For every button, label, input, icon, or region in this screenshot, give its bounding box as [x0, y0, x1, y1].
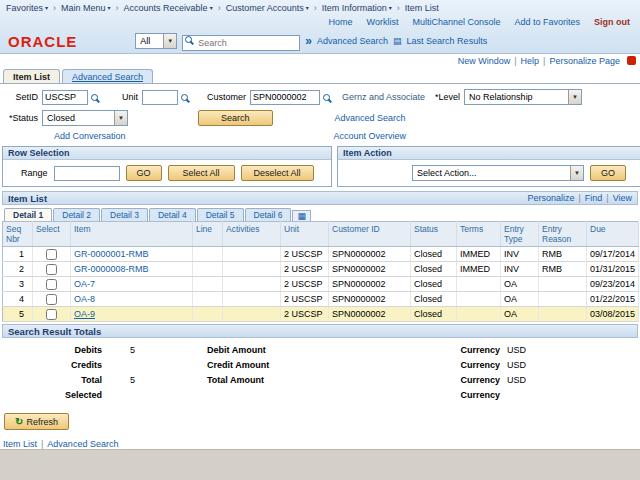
breadcrumb-accounts-receivable[interactable]: Accounts Receivable▾	[124, 3, 213, 13]
customer-lookup-icon[interactable]	[323, 94, 330, 101]
home-link[interactable]: Home	[329, 17, 353, 27]
item-link[interactable]: GR-0000008-RMB	[74, 264, 149, 274]
refresh-button[interactable]: ↻Refresh	[4, 413, 69, 430]
form-advanced-search-link[interactable]: Advanced Search	[335, 113, 406, 123]
cell-line	[193, 247, 223, 262]
sign-out-link[interactable]: Sign out	[594, 17, 630, 27]
item-action-go-button[interactable]: GO	[590, 165, 626, 181]
range-go-button[interactable]: GO	[126, 165, 162, 181]
new-window-link[interactable]: New Window	[458, 56, 511, 66]
customer-name-text: Gernz and Associate	[342, 92, 425, 102]
item-link[interactable]: OA-8	[74, 294, 95, 304]
table-row: 2 GR-0000008-RMB 2 USCSP SPN0000002 Clos…	[3, 262, 639, 277]
setid-input[interactable]	[42, 90, 88, 105]
submit-search-icon[interactable]: »	[305, 34, 312, 48]
view-link[interactable]: View	[613, 193, 632, 203]
detail-tab-5[interactable]: Detail 5	[197, 208, 244, 221]
personalize-link[interactable]: Personalize	[527, 193, 574, 203]
chevron-down-icon: ▾	[210, 4, 213, 11]
item-action-select[interactable]: Select Action... ▼	[412, 165, 584, 181]
level-select[interactable]: No Relationship ▼	[464, 89, 582, 105]
breadcrumb-label: Accounts Receivable	[124, 3, 208, 13]
unit-input[interactable]	[142, 90, 178, 105]
cell-status: Closed	[411, 247, 457, 262]
chevron-down-icon: ▾	[108, 4, 111, 11]
cell-seq: 5	[3, 307, 33, 322]
detail-tab-3[interactable]: Detail 3	[101, 208, 148, 221]
add-to-favorites-link[interactable]: Add to Favorites	[514, 17, 580, 27]
row-select-checkbox[interactable]	[46, 294, 57, 305]
search-button[interactable]: Search	[198, 110, 273, 126]
detail-tab-1[interactable]: Detail 1	[4, 208, 52, 221]
customer-input[interactable]	[250, 90, 320, 105]
multichannel-console-link[interactable]: MultiChannel Console	[412, 17, 500, 27]
detail-tab-6[interactable]: Detail 6	[245, 208, 292, 221]
tab-item-list[interactable]: Item List	[3, 69, 60, 83]
item-link[interactable]: OA-7	[74, 279, 95, 289]
global-search-input[interactable]	[182, 35, 300, 51]
breadcrumb-label: Customer Accounts	[226, 3, 304, 13]
worklist-link[interactable]: Worklist	[367, 17, 399, 27]
debit-amount-label: Debit Amount	[167, 345, 317, 355]
cell-entry-type: OA	[501, 277, 539, 292]
cell-line	[193, 262, 223, 277]
cell-select	[33, 307, 71, 322]
detail-tabs: Detail 1 Detail 2 Detail 3 Detail 4 Deta…	[4, 208, 640, 221]
deselect-all-button[interactable]: Deselect All	[241, 165, 314, 181]
breadcrumb-main-menu[interactable]: Main Menu▾	[61, 3, 111, 13]
help-link[interactable]: Help	[521, 56, 540, 66]
select-all-button[interactable]: Select All	[168, 165, 235, 181]
cell-terms: IMMED	[457, 262, 501, 277]
cell-terms	[457, 292, 501, 307]
item-link[interactable]: GR-0000001-RMB	[74, 249, 149, 259]
row-select-checkbox[interactable]	[46, 264, 57, 275]
breadcrumb-customer-accounts[interactable]: Customer Accounts▾	[226, 3, 309, 13]
breadcrumb-item-list[interactable]: Item List	[405, 3, 439, 13]
cell-seq: 3	[3, 277, 33, 292]
item-action-box: Item Action Select Action... ▼ GO	[337, 146, 640, 187]
detail-tab-2[interactable]: Detail 2	[53, 208, 100, 221]
range-input[interactable]	[54, 166, 120, 181]
row-select-checkbox[interactable]	[46, 279, 57, 290]
cell-entry-reason: RMB	[539, 247, 587, 262]
find-link[interactable]: Find	[585, 193, 603, 203]
footer-links: Item List | Advanced Search	[3, 439, 640, 449]
red-square-icon[interactable]	[627, 56, 636, 65]
detail-tab-4[interactable]: Detail 4	[149, 208, 196, 221]
status-select[interactable]: Closed ▼	[42, 110, 128, 126]
item-link[interactable]: OA-9	[74, 309, 95, 319]
tab-advanced-search[interactable]: Advanced Search	[62, 69, 153, 83]
col-header-seq-nbr: Seq Nbr	[3, 222, 33, 247]
breadcrumb-favorites[interactable]: Favorites▾	[6, 3, 48, 13]
chevron-down-icon: ▼	[568, 90, 581, 104]
col-header-activities: Activities	[223, 222, 281, 247]
col-header-customer-id: Customer ID	[329, 222, 411, 247]
show-all-columns-icon[interactable]: ▦	[292, 210, 311, 221]
advanced-search-link[interactable]: Advanced Search	[317, 36, 388, 46]
grid-action-links: Personalize | Find | View	[527, 193, 632, 203]
account-overview-link[interactable]: Account Overview	[334, 131, 407, 141]
chevron-down-icon: ▾	[389, 4, 392, 11]
group-boxes: Row Selection Range GO Select All Desele…	[2, 146, 638, 187]
footer-advanced-search-link[interactable]: Advanced Search	[47, 439, 118, 449]
row-select-checkbox[interactable]	[46, 309, 57, 320]
debits-label: Debits	[30, 345, 102, 355]
cell-activities	[223, 277, 281, 292]
footer-item-list-link[interactable]: Item List	[3, 439, 37, 449]
breadcrumb-label: Main Menu	[61, 3, 106, 13]
add-conversation-link[interactable]: Add Conversation	[54, 131, 126, 141]
last-search-results-link[interactable]: Last Search Results	[407, 36, 488, 46]
personalize-page-link[interactable]: Personalize Page	[549, 56, 620, 66]
row-selection-title: Row Selection	[3, 147, 331, 160]
search-scope-select[interactable]: All ▼	[135, 33, 177, 49]
form-row-links: Add Conversation Account Overview	[0, 131, 640, 141]
row-select-checkbox[interactable]	[46, 249, 57, 260]
breadcrumb-separator: ›	[116, 3, 119, 13]
unit-lookup-icon[interactable]	[181, 94, 188, 101]
cell-line	[193, 292, 223, 307]
currency-value: USD	[500, 375, 640, 385]
cell-entry-type: OA	[501, 307, 539, 322]
breadcrumb-item-information[interactable]: Item Information▾	[322, 3, 392, 13]
setid-lookup-icon[interactable]	[91, 94, 98, 101]
refresh-label: Refresh	[26, 417, 58, 427]
